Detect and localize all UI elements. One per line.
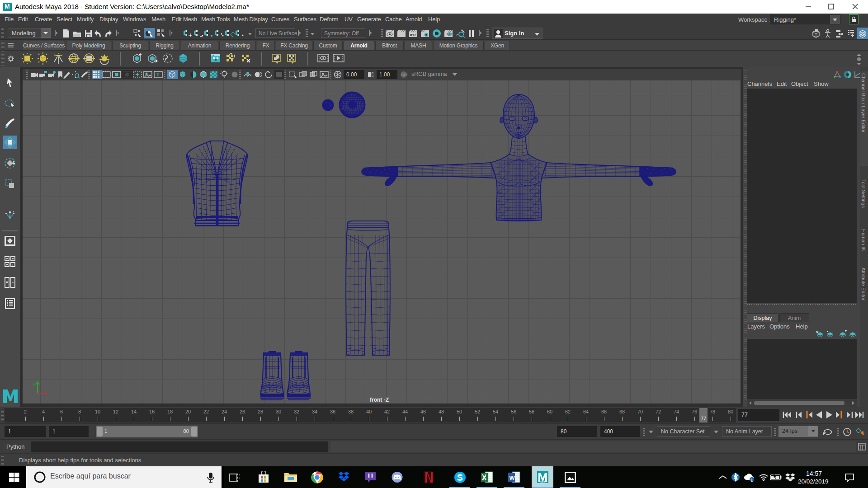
svg-text:MAYA: MAYA xyxy=(540,481,545,483)
svg-text:IPR: IPR xyxy=(410,33,416,37)
svg-text:y: y xyxy=(33,382,35,386)
svg-text:+: + xyxy=(12,263,14,267)
svg-text:+: + xyxy=(12,281,14,285)
svg-text:front -Z: front -Z xyxy=(370,397,389,403)
svg-text:W: W xyxy=(509,474,515,481)
svg-text:x: x xyxy=(45,395,47,400)
svg-text:T: T xyxy=(156,72,160,77)
svg-text:OFF: OFF xyxy=(401,73,408,76)
svg-text:X: X xyxy=(482,474,486,481)
